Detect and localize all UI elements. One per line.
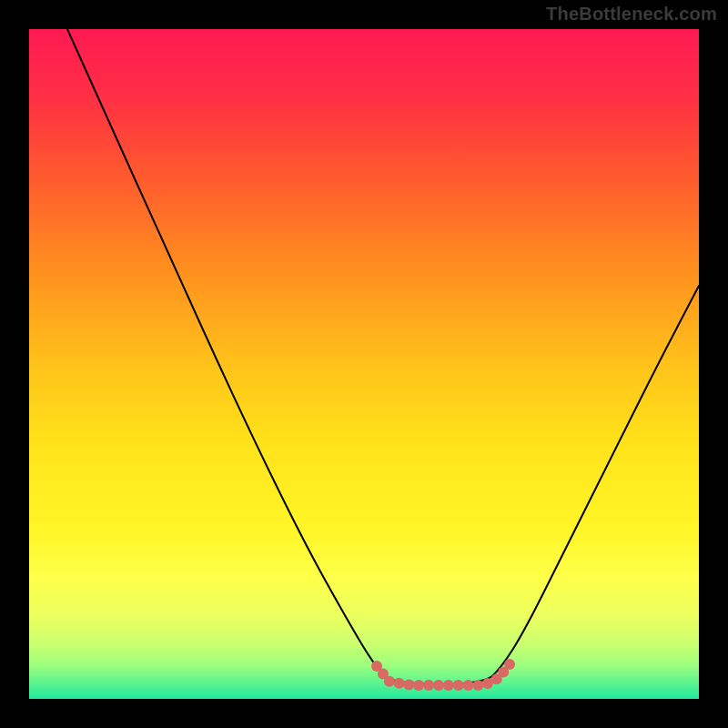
watermark-text: TheBottleneck.com — [546, 4, 717, 25]
highlight-dot — [403, 680, 414, 691]
highlight-dot — [394, 678, 405, 689]
highlight-dot — [384, 676, 395, 687]
highlight-dot — [443, 680, 454, 691]
highlight-dot — [473, 680, 484, 691]
highlight-dot — [453, 680, 464, 691]
heat-background — [29, 29, 699, 699]
highlight-dot — [463, 680, 474, 691]
highlight-dot — [504, 659, 515, 670]
chart-svg — [29, 29, 699, 699]
chart-frame: TheBottleneck.com — [0, 0, 728, 728]
highlight-dot — [413, 680, 424, 691]
plot-area — [29, 29, 699, 699]
highlight-dot — [433, 680, 444, 691]
highlight-dot — [423, 680, 434, 691]
